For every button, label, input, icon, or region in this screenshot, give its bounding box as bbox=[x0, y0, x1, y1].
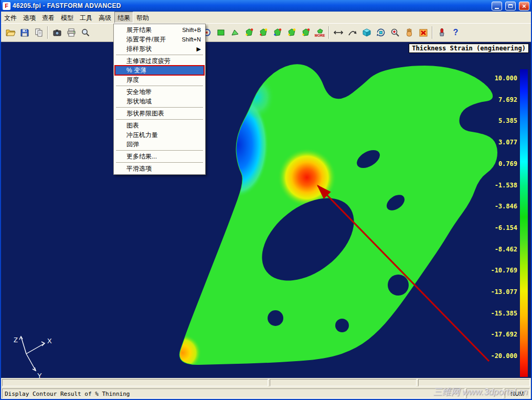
help-icon[interactable]: ? bbox=[449, 25, 463, 40]
restore-icon bbox=[508, 4, 513, 8]
more-label: MORE bbox=[315, 34, 325, 37]
menubar-item-结果[interactable]: 结果 bbox=[114, 12, 133, 23]
zoom-icon[interactable] bbox=[78, 25, 92, 40]
num-lock-indicator: NUM bbox=[505, 388, 530, 398]
result-display-1-icon[interactable] bbox=[242, 25, 256, 40]
menubar-item-选项[interactable]: 选项 bbox=[20, 12, 39, 23]
title-bar: F 46205.fpi - FASTFORM ADVANCED × bbox=[1, 0, 531, 12]
flatten-curve-icon[interactable] bbox=[345, 25, 359, 40]
toolbar-separator bbox=[47, 26, 48, 39]
status-message: Display Contour Result of % Thinning bbox=[2, 388, 465, 398]
menu-item-label: 安全地带 bbox=[126, 88, 152, 97]
shaded-view-icon[interactable] bbox=[214, 25, 228, 40]
cube-3d-icon[interactable] bbox=[359, 25, 374, 40]
close-button[interactable]: × bbox=[519, 2, 529, 10]
menu-item-形状地域[interactable]: 形状地域 bbox=[115, 97, 204, 106]
model-viewport[interactable]: Z X Y Thickness Strain (engineering) 10.… bbox=[1, 42, 531, 378]
toolbar-separator bbox=[328, 26, 329, 39]
menu-item-展开结果[interactable]: 展开结果Shift+B bbox=[115, 25, 204, 35]
window-title: 46205.fpi - FASTFORM ADVANCED bbox=[13, 2, 488, 9]
menu-item-label: 厚度 bbox=[126, 76, 139, 85]
menu-item-冲压机力量[interactable]: 冲压机力量 bbox=[115, 130, 204, 140]
rotate-3d-icon[interactable] bbox=[374, 25, 388, 40]
menu-item-label: 添置零件/展开 bbox=[126, 35, 166, 44]
status-cell bbox=[466, 388, 503, 398]
menu-item-label: 形状界限图表 bbox=[126, 109, 164, 118]
marker-icon[interactable] bbox=[434, 25, 449, 40]
colorbar bbox=[520, 69, 528, 377]
menu-item-更多结果...[interactable]: 更多结果... bbox=[115, 152, 204, 161]
menu-separator bbox=[116, 86, 203, 86]
menu-item-图表[interactable]: 图表 bbox=[115, 121, 204, 130]
legend-title: Thickness Strain (engineering) bbox=[409, 44, 529, 53]
save-icon[interactable] bbox=[17, 25, 31, 40]
status-cell bbox=[2, 379, 268, 386]
menubar-item-高级[interactable]: 高级 bbox=[95, 12, 114, 23]
measure-icon[interactable] bbox=[331, 25, 345, 40]
menu-item-主修课过度疲劳[interactable]: 主修课过度疲劳 bbox=[115, 56, 204, 66]
menu-item-label: 冲压机力量 bbox=[126, 131, 158, 140]
menu-separator bbox=[116, 162, 203, 163]
status-row-upper bbox=[1, 378, 531, 387]
menu-item-安全地带[interactable]: 安全地带 bbox=[115, 87, 204, 97]
close-icon: × bbox=[522, 2, 526, 10]
menu-item-label: % 变薄 bbox=[126, 66, 146, 75]
result-display-4-icon[interactable] bbox=[284, 25, 299, 40]
toolbar-separator bbox=[432, 26, 433, 39]
open-icon[interactable] bbox=[3, 25, 17, 40]
menubar-item-帮助[interactable]: 帮助 bbox=[133, 12, 152, 23]
menu-separator bbox=[116, 150, 203, 151]
menu-item-label: 形状地域 bbox=[126, 97, 152, 106]
model-canvas[interactable]: Z X Y bbox=[1, 42, 531, 378]
axis-triad bbox=[19, 336, 45, 371]
minimize-button[interactable] bbox=[492, 2, 502, 10]
menu-item-% 变薄[interactable]: % 变薄 bbox=[115, 66, 204, 75]
app-icon: F bbox=[3, 2, 10, 10]
menu-separator bbox=[116, 119, 203, 120]
menu-item-label: 平滑选项 bbox=[126, 164, 152, 173]
more-results-icon[interactable]: MORE bbox=[313, 25, 327, 40]
area-plot-icon[interactable] bbox=[228, 25, 242, 40]
status-cell bbox=[270, 379, 417, 386]
menu-item-添置零件/展开[interactable]: 添置零件/展开Shift+N bbox=[115, 35, 204, 44]
menu-item-形状界限图表[interactable]: 形状界限图表 bbox=[115, 109, 204, 118]
menu-item-label: 更多结果... bbox=[126, 152, 157, 161]
menu-item-排样形状[interactable]: 排样形状▶ bbox=[115, 44, 204, 54]
result-display-2-icon[interactable] bbox=[256, 25, 270, 40]
axis-z-label: Z bbox=[14, 336, 18, 344]
status-row-lower: Display Contour Result of % Thinning NUM bbox=[1, 387, 531, 399]
toolbar: MORE ? bbox=[1, 23, 531, 42]
pan-hand-icon[interactable] bbox=[402, 25, 416, 40]
restore-button[interactable] bbox=[505, 2, 516, 10]
submenu-arrow-icon: ▶ bbox=[191, 46, 201, 52]
menubar-item-工具[interactable]: 工具 bbox=[77, 12, 95, 23]
menubar-item-查看[interactable]: 查看 bbox=[39, 12, 58, 23]
menu-item-label: 回弹 bbox=[126, 140, 139, 149]
menubar-item-文件[interactable]: 文件 bbox=[1, 12, 20, 23]
result-display-5-icon[interactable] bbox=[299, 25, 313, 40]
menu-item-label: 排样形状 bbox=[126, 45, 152, 54]
menu-bar: 文件选项查看模型工具高级结果帮助 bbox=[1, 12, 531, 23]
menu-separator bbox=[116, 107, 203, 108]
close-result-icon[interactable] bbox=[416, 25, 430, 40]
status-cell bbox=[418, 379, 530, 386]
copy-icon[interactable] bbox=[31, 25, 46, 40]
axis-x-label: X bbox=[47, 337, 52, 345]
menu-item-回弹[interactable]: 回弹 bbox=[115, 140, 204, 149]
menu-item-平滑选项[interactable]: 平滑选项 bbox=[115, 164, 204, 173]
result-display-3-icon[interactable] bbox=[270, 25, 284, 40]
results-menu: 展开结果Shift+B添置零件/展开Shift+N排样形状▶主修课过度疲劳% 变… bbox=[113, 24, 206, 175]
app-window: F 46205.fpi - FASTFORM ADVANCED × 文件选项查看… bbox=[0, 0, 532, 400]
print-icon[interactable] bbox=[64, 25, 78, 40]
menubar-item-模型[interactable]: 模型 bbox=[58, 12, 77, 23]
menu-item-label: 图表 bbox=[126, 121, 139, 130]
menu-item-厚度[interactable]: 厚度 bbox=[115, 75, 204, 85]
axis-y-label: Y bbox=[37, 372, 42, 378]
menu-separator bbox=[116, 55, 203, 55]
minimize-icon bbox=[495, 8, 499, 9]
camera-icon[interactable] bbox=[50, 25, 64, 40]
menu-item-label: 展开结果 bbox=[126, 26, 152, 35]
menu-shortcut: Shift+B bbox=[177, 27, 201, 33]
menu-shortcut: Shift+N bbox=[177, 36, 201, 43]
zoom-in-icon[interactable] bbox=[388, 25, 402, 40]
